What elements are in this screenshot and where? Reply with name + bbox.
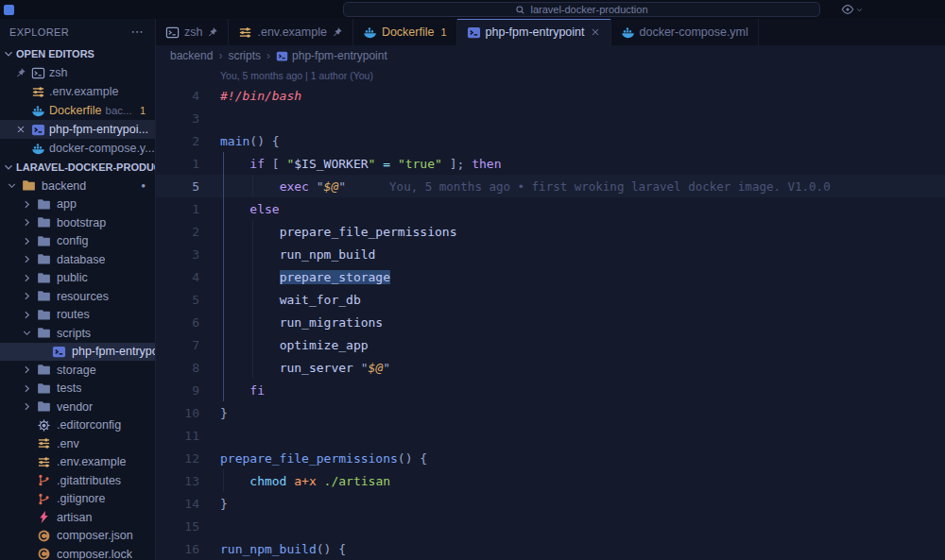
close-icon[interactable] [15,124,26,135]
chevron-right-icon[interactable] [23,234,36,247]
gutter[interactable]: 16 [156,542,220,556]
code-line[interactable]: 15 [156,515,945,537]
chevron-right-icon[interactable] [23,364,36,377]
more-actions-icon[interactable]: ⋯ [131,27,144,37]
gutter[interactable]: 11 [156,429,220,443]
chevron-right-icon[interactable] [23,400,36,414]
tab-docker-compose-yml[interactable]: docker-compose.yml [611,19,759,45]
gutter[interactable]: 3 [156,111,220,126]
gutter[interactable]: 5 [156,179,220,194]
open-editor-php-fpm-entrypoi[interactable]: php-fpm-entrypoi... [0,120,155,139]
gutter[interactable]: 1 [156,157,220,171]
command-center[interactable]: laravel-docker-production [343,2,820,17]
gutter[interactable]: 1 [156,202,220,216]
tree-item-resources[interactable]: resources [0,287,155,306]
pin-icon[interactable] [332,26,343,38]
chevron-right-icon[interactable] [23,308,36,321]
breadcrumb-item-backend[interactable]: backend [170,49,213,62]
tree-item-bootstrap[interactable]: bootstrap [0,213,155,232]
code-line[interactable]: 2 prepare_file_permissions [156,220,945,243]
tree-item-php-fpm-entrypo[interactable]: php-fpm-entrypo... [0,343,155,362]
tab-dockerfile[interactable]: Dockerfile1 [353,19,457,45]
code-line[interactable]: 5 exec "$@"You, 5 months ago • first wro… [156,175,945,197]
chevron-down-icon[interactable] [23,327,36,340]
pin-icon[interactable] [207,26,218,38]
gutter[interactable]: 3 [156,247,220,262]
chevron-right-icon[interactable] [23,290,36,303]
tree-item-composer-lock[interactable]: composer.lock [0,545,155,560]
gutter[interactable]: 2 [156,134,220,148]
open-editor-docker-compose-y[interactable]: docker-compose.y... [0,139,155,158]
code-line[interactable]: 7 optimize_app [156,333,945,356]
breadcrumb-item-scripts[interactable]: scripts [228,49,261,62]
tree-item-tests[interactable]: tests [0,380,155,399]
code-line[interactable]: 3 run_npm_build [156,243,945,265]
gutter[interactable]: 10 [156,406,220,420]
chevron-right-icon[interactable] [23,382,36,395]
code-line[interactable]: 9 fi [156,379,945,401]
open-editor-dockerfile[interactable]: Dockerfilebac...1 [0,101,155,120]
tree-item-gitignore[interactable]: .gitignore [0,490,155,509]
gutter[interactable]: 4 [156,270,220,284]
layout-controls[interactable] [841,2,864,17]
chevron-right-icon[interactable] [23,253,36,266]
tab-env-example[interactable]: .env.example [229,19,352,45]
gutter[interactable]: 6 [156,315,220,330]
tree-item-env[interactable]: .env [0,434,155,453]
code-line[interactable]: 1 if [ "$IS_WORKER" = "true" ]; then [156,152,945,175]
code-line[interactable]: 12prepare_file_permissions() { [156,447,945,469]
chevron-down-icon[interactable] [8,179,21,193]
tree-item-gitattributes[interactable]: .gitattributes [0,471,155,490]
code-line[interactable]: 4#!/bin/bash [156,84,945,107]
workspace-header[interactable]: LARAVEL-DOCKER-PRODUCTI... [0,158,155,177]
code-editor[interactable]: You, 5 months ago | 1 author (You) 4#!/b… [156,66,945,560]
gutter[interactable]: 9 [156,383,220,398]
code-line[interactable]: 11 [156,424,945,447]
chevron-right-icon[interactable] [23,216,36,229]
code-line[interactable]: 4 prepare_storage [156,265,945,288]
breadcrumb-item-php-fpm-entrypoint[interactable]: php-fpm-entrypoint [276,49,387,62]
code-line[interactable]: 13 chmod a+x ./artisan [156,469,945,492]
gutter[interactable]: 5 [156,293,220,307]
gutter[interactable]: 12 [156,451,220,466]
tree-item-env-example[interactable]: .env.example [0,453,155,472]
gutter[interactable]: 4 [156,89,220,103]
chevron-right-icon[interactable] [23,197,36,211]
gutter[interactable]: 7 [156,338,220,352]
close-icon[interactable] [590,26,601,38]
open-editors-header[interactable]: OPEN EDITORS [0,44,155,63]
tree-item-routes[interactable]: routes [0,306,155,325]
tree-item-public[interactable]: public [0,269,155,288]
tab-zsh[interactable]: zsh [156,19,229,45]
open-editor-env-example[interactable]: .env.example [0,82,155,101]
code-line[interactable]: 3 [156,107,945,129]
tree-item-scripts[interactable]: scripts [0,324,155,343]
code-line[interactable]: 6 run_migrations [156,311,945,333]
tree-item-backend[interactable]: backend● [0,177,155,195]
code-line[interactable]: 16run_npm_build() { [156,537,945,560]
code-line[interactable]: 5 wait_for_db [156,288,945,311]
open-editor-zsh[interactable]: zsh [0,63,155,82]
code-line[interactable]: 1 else [156,197,945,220]
codelens-blame[interactable]: You, 5 months ago | 1 author (You) [156,66,945,84]
code-line[interactable]: 14} [156,492,945,515]
toggle-view-icon[interactable] [841,3,854,16]
gutter[interactable]: 14 [156,497,220,511]
code-line[interactable]: 2main() { [156,129,945,152]
code-line[interactable]: 8 run_server "$@" [156,356,945,379]
tree-item-app[interactable]: app [0,195,155,214]
gutter[interactable]: 8 [156,361,220,375]
tab-php-fpm-entrypoint[interactable]: php-fpm-entrypoint [457,19,611,45]
tree-item-editorconfig[interactable]: .editorconfig [0,416,155,435]
gutter[interactable]: 2 [156,225,220,239]
tree-item-composer-json[interactable]: composer.json [0,527,155,546]
tree-item-storage[interactable]: storage [0,361,155,380]
gutter[interactable]: 13 [156,474,220,488]
tree-item-artisan[interactable]: artisan [0,508,155,527]
code-line[interactable]: 10} [156,401,945,424]
tree-item-vendor[interactable]: vendor [0,398,155,416]
gutter[interactable]: 15 [156,519,220,534]
tree-item-database[interactable]: database [0,250,155,269]
chevron-right-icon[interactable] [23,271,36,284]
tree-item-config[interactable]: config [0,232,155,251]
